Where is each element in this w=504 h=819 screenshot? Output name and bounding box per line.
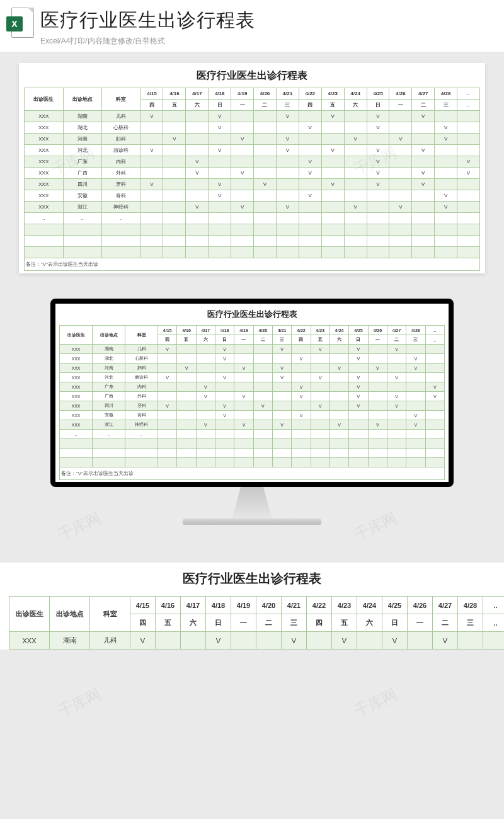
schedule-cell bbox=[435, 213, 457, 224]
schedule-cell bbox=[412, 236, 435, 247]
schedule-cell bbox=[209, 224, 231, 236]
date-header: 4/18 bbox=[206, 597, 231, 614]
col-header: 出诊地点 bbox=[50, 597, 90, 632]
table-cell: XXX bbox=[60, 401, 93, 411]
schedule-cell bbox=[483, 632, 505, 650]
table-row: XXX广西外科VVVVVV bbox=[60, 392, 445, 401]
date-header: 4/21 bbox=[276, 88, 299, 100]
schedule-cell bbox=[163, 168, 186, 179]
schedule-cell: V bbox=[435, 134, 457, 145]
sheet-title: 医疗行业医生出诊行程表 bbox=[59, 309, 445, 320]
table-cell: 河南 bbox=[63, 134, 102, 145]
schedule-cell: V bbox=[276, 134, 299, 145]
schedule-cell bbox=[368, 382, 387, 392]
schedule-cell bbox=[234, 354, 253, 364]
schedule-cell bbox=[311, 420, 329, 430]
schedule-cell bbox=[299, 247, 321, 258]
weekday-header: 三 bbox=[435, 100, 457, 111]
schedule-cell bbox=[272, 354, 291, 364]
schedule-cell bbox=[234, 439, 253, 449]
schedule-cell bbox=[186, 236, 209, 247]
schedule-cell bbox=[349, 420, 368, 430]
schedule-cell bbox=[231, 190, 254, 202]
schedule-cell bbox=[321, 236, 344, 247]
schedule-cell bbox=[406, 439, 425, 449]
schedule-cell bbox=[256, 632, 282, 650]
table-row: XXX河北急诊科VVVVVV bbox=[25, 145, 480, 156]
date-header: 4/22 bbox=[307, 597, 332, 614]
table-cell: XXX bbox=[60, 373, 93, 382]
schedule-cell bbox=[177, 430, 196, 439]
date-header: 4/27 bbox=[412, 88, 435, 100]
monitor-mockup: 医疗行业医生出诊行程表 出诊医生出诊地点科室4/154/164/174/184/… bbox=[0, 299, 504, 525]
schedule-cell bbox=[215, 430, 234, 439]
schedule-cell bbox=[231, 632, 256, 650]
weekday-header: 一 bbox=[368, 335, 387, 345]
date-header: 4/16 bbox=[156, 597, 181, 614]
schedule-cell bbox=[329, 401, 348, 411]
table-row: XXX广东内科VVVV bbox=[25, 156, 480, 168]
schedule-cell bbox=[387, 382, 406, 392]
sheet-title: 医疗行业医生出诊行程表 bbox=[9, 570, 495, 587]
schedule-cell bbox=[329, 354, 348, 364]
weekday-header: 日 bbox=[367, 100, 389, 111]
schedule-cell: V bbox=[158, 373, 177, 382]
table-cell: 浙江 bbox=[63, 202, 102, 213]
schedule-cell bbox=[177, 392, 196, 401]
schedule-cell bbox=[140, 202, 163, 213]
excel-badge: X bbox=[6, 16, 23, 32]
schedule-cell bbox=[329, 430, 348, 439]
schedule-cell bbox=[389, 213, 412, 224]
schedule-cell bbox=[368, 449, 387, 458]
schedule-cell bbox=[292, 364, 311, 373]
schedule-cell bbox=[158, 458, 177, 467]
schedule-cell bbox=[186, 122, 209, 134]
date-header: 4/16 bbox=[163, 88, 186, 100]
schedule-cell bbox=[163, 224, 186, 236]
schedule-cell bbox=[231, 145, 254, 156]
schedule-cell: V bbox=[349, 401, 368, 411]
date-header: 4/16 bbox=[177, 326, 196, 335]
schedule-cell bbox=[254, 156, 277, 168]
table-cell bbox=[125, 439, 158, 449]
schedule-cell bbox=[321, 202, 344, 213]
schedule-cell bbox=[231, 213, 254, 224]
schedule-cell: V bbox=[299, 122, 321, 134]
schedule-cell bbox=[140, 134, 163, 145]
schedule-cell: V bbox=[311, 345, 329, 354]
weekday-header: 五 bbox=[163, 100, 186, 111]
schedule-cell: V bbox=[329, 364, 348, 373]
schedule-cell: V bbox=[387, 392, 406, 401]
date-header: 4/26 bbox=[408, 597, 433, 614]
schedule-cell bbox=[140, 156, 163, 168]
schedule-cell bbox=[292, 373, 311, 382]
table-row: XXX湖南儿科VVVVVV bbox=[25, 111, 480, 122]
table-row: XXX浙江神经科VVVVVV bbox=[60, 420, 445, 430]
schedule-cell bbox=[406, 430, 425, 439]
schedule-cell bbox=[215, 458, 234, 467]
schedule-cell bbox=[344, 145, 367, 156]
schedule-cell bbox=[321, 190, 344, 202]
schedule-cell bbox=[425, 373, 444, 382]
table-cell: XXX bbox=[25, 190, 64, 202]
date-header: 4/23 bbox=[321, 88, 344, 100]
col-header: 出诊地点 bbox=[63, 88, 102, 111]
schedule-cell bbox=[412, 190, 435, 202]
table-cell: XXX bbox=[25, 145, 64, 156]
table-cell bbox=[63, 224, 102, 236]
schedule-cell bbox=[163, 111, 186, 122]
schedule-cell bbox=[254, 247, 277, 258]
schedule-cell bbox=[177, 411, 196, 420]
schedule-cell: V bbox=[387, 401, 406, 411]
schedule-cell bbox=[253, 411, 272, 420]
schedule-cell: V bbox=[389, 202, 412, 213]
col-header: 科室 bbox=[125, 326, 158, 345]
schedule-cell bbox=[321, 213, 344, 224]
schedule-cell: V bbox=[299, 190, 321, 202]
schedule-cell bbox=[292, 449, 311, 458]
schedule-cell bbox=[163, 156, 186, 168]
schedule-cell bbox=[158, 382, 177, 392]
schedule-cell bbox=[234, 345, 253, 354]
schedule-cell bbox=[344, 190, 367, 202]
schedule-cell: V bbox=[349, 354, 368, 364]
